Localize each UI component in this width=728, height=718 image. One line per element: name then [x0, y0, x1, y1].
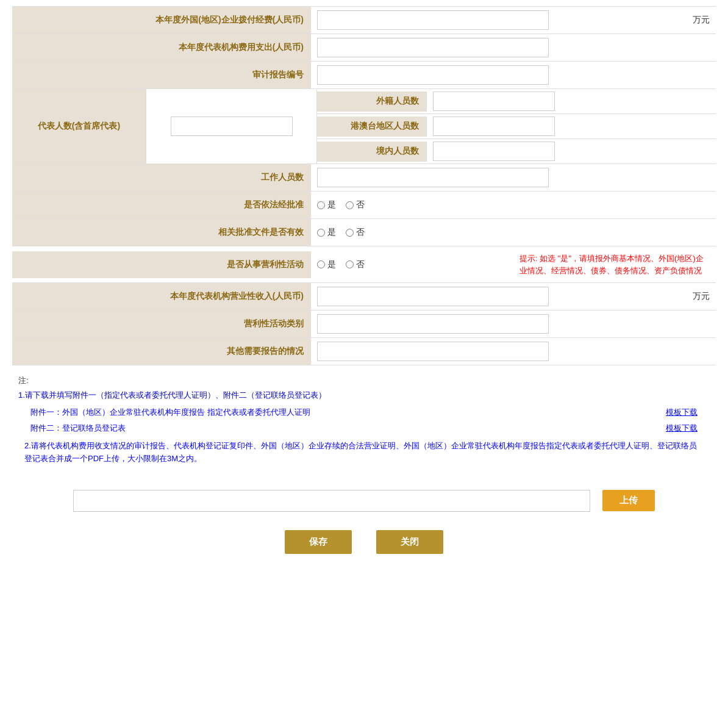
notes-section: 注: 1.请下载并填写附件一（指定代表或者委托代理人证明）、附件二（登记联络员登…	[12, 365, 716, 472]
annual-income-label: 本年度代表机构营业性收入(人民币)	[12, 283, 311, 310]
domestic-staff-label: 境内人员数	[317, 142, 427, 162]
rep-office-expense-label: 本年度代表机构费用支出(人民币)	[12, 34, 311, 61]
staff-breakdown: 外籍人员数 港澳台地区人员数 境内人员数	[317, 89, 716, 163]
annual-income-input-cell	[311, 283, 687, 310]
approval-valid-radio-cell: 是 否	[311, 223, 716, 242]
foreign-expense-label: 本年度外国(地区)企业拨付经费(人民币)	[12, 7, 311, 34]
notes-item2: 2.请将代表机构费用收支情况的审计报告、代表机构登记证复印件、外国（地区）企业存…	[18, 440, 710, 465]
approval-valid-radio-group: 是 否	[317, 227, 365, 238]
audit-report-row: 审计报告编号	[12, 62, 716, 89]
business-yes-option[interactable]: 是	[317, 259, 336, 270]
business-type-row: 营利性活动类别	[12, 311, 716, 338]
foreign-expense-unit: 万元	[687, 15, 716, 26]
approval-valid-label: 相关批准文件是否有效	[12, 219, 311, 246]
approved-row: 是否依法经批准 是 否	[12, 192, 716, 219]
domestic-staff-input-cell	[427, 139, 716, 163]
worker-count-input[interactable]	[317, 168, 549, 187]
save-button[interactable]: 保存	[285, 530, 352, 554]
approval-valid-no-option[interactable]: 否	[346, 227, 365, 238]
rep-count-complex-row: 代表人数(含首席代表) 外籍人员数 港澳台地区人员数 境内人员数	[12, 89, 716, 164]
approval-valid-yes-option[interactable]: 是	[317, 227, 336, 238]
rep-office-expense-input-cell	[311, 34, 716, 61]
notes-title: 注:	[18, 375, 710, 386]
business-yes-label: 是	[327, 259, 336, 270]
business-activities-radio-group: 是 否	[317, 259, 365, 270]
upload-section: 上传	[12, 490, 716, 512]
annual-income-input[interactable]	[317, 287, 549, 306]
other-report-input[interactable]	[317, 342, 549, 361]
foreign-expense-input-cell	[311, 7, 687, 34]
worker-count-input-cell	[311, 164, 716, 191]
approved-yes-option[interactable]: 是	[317, 199, 336, 210]
business-type-input-cell	[311, 311, 716, 337]
audit-report-input[interactable]	[317, 65, 549, 85]
business-no-radio[interactable]	[346, 260, 354, 268]
business-tip: 提示: 如选 "是"，请填报外商基本情况、外国(地区)企业情况、经营情况、债券、…	[513, 253, 716, 276]
attachment2-download-link[interactable]: 模板下载	[666, 423, 698, 434]
notes-item1: 1.请下载并填写附件一（指定代表或者委托代理人证明）、附件二（登记联络员登记表）	[18, 390, 710, 401]
rep-count-input[interactable]	[171, 117, 293, 136]
rep-count-label: 代表人数(含首席代表)	[12, 89, 146, 163]
approved-no-radio[interactable]	[346, 201, 354, 209]
annual-income-unit: 万元	[687, 291, 716, 302]
upload-file-input[interactable]	[73, 490, 590, 512]
business-no-option[interactable]: 否	[346, 259, 365, 270]
other-report-input-cell	[311, 338, 716, 365]
worker-count-row: 工作人员数	[12, 164, 716, 192]
business-type-label: 营利性活动类别	[12, 311, 311, 337]
approval-valid-no-radio[interactable]	[346, 229, 354, 237]
rep-office-expense-input[interactable]	[317, 38, 549, 57]
other-report-label: 其他需要报告的情况	[12, 338, 311, 365]
foreign-staff-input-cell	[427, 89, 716, 113]
approval-valid-yes-label: 是	[327, 227, 336, 238]
domestic-staff-input[interactable]	[433, 142, 555, 161]
business-type-input[interactable]	[317, 314, 549, 334]
annual-income-row: 本年度代表机构营业性收入(人民币) 万元	[12, 283, 716, 311]
audit-report-label: 审计报告编号	[12, 62, 311, 88]
close-button[interactable]: 关闭	[376, 530, 443, 554]
attachment1-row: 附件一：外国（地区）企业常驻代表机构年度报告 指定代表或者委托代理人证明 模板下…	[18, 407, 710, 418]
attachment2-row: 附件二：登记联络员登记表 模板下载	[18, 423, 710, 434]
approved-yes-label: 是	[327, 199, 336, 210]
upload-button[interactable]: 上传	[602, 490, 655, 511]
approved-yes-radio[interactable]	[317, 201, 325, 209]
approved-no-label: 否	[356, 199, 365, 210]
foreign-staff-input[interactable]	[433, 92, 555, 111]
foreign-staff-label: 外籍人员数	[317, 92, 427, 112]
rep-office-expense-row: 本年度代表机构费用支出(人民币)	[12, 34, 716, 62]
foreign-expense-input[interactable]	[317, 10, 549, 30]
business-activities-row: 是否从事营利性活动 是 否 提示: 如选 "是"，请填报外商基本情况、外国(地区…	[12, 246, 716, 283]
business-yes-radio[interactable]	[317, 260, 325, 268]
attachment1-label: 附件一：外国（地区）企业常驻代表机构年度报告 指定代表或者委托代理人证明	[30, 407, 666, 418]
hkmtw-staff-row: 港澳台地区人员数	[317, 114, 716, 139]
approval-valid-row: 相关批准文件是否有效 是 否	[12, 219, 716, 246]
hkmtw-staff-label: 港澳台地区人员数	[317, 117, 427, 137]
other-report-row: 其他需要报告的情况	[12, 338, 716, 365]
foreign-staff-row: 外籍人员数	[317, 89, 716, 114]
hkmtw-staff-input[interactable]	[433, 117, 555, 136]
approved-radio-cell: 是 否	[311, 196, 716, 214]
attachment2-label: 附件二：登记联络员登记表	[30, 423, 666, 434]
bottom-buttons: 保存 关闭	[12, 530, 716, 554]
approval-valid-yes-radio[interactable]	[317, 229, 325, 237]
rep-count-input-cell	[146, 89, 317, 163]
worker-count-label: 工作人员数	[12, 164, 311, 191]
domestic-staff-row: 境内人员数	[317, 139, 716, 163]
approval-valid-no-label: 否	[356, 227, 365, 238]
hkmtw-staff-input-cell	[427, 114, 716, 138]
approved-no-option[interactable]: 否	[346, 199, 365, 210]
foreign-expense-row: 本年度外国(地区)企业拨付经费(人民币) 万元	[12, 6, 716, 34]
audit-report-input-cell	[311, 62, 716, 88]
business-activities-label: 是否从事营利性活动	[12, 251, 311, 278]
approved-radio-group: 是 否	[317, 199, 365, 210]
business-activities-radio-cell: 是 否	[311, 256, 513, 274]
business-no-label: 否	[356, 259, 365, 270]
attachment1-download-link[interactable]: 模板下载	[666, 407, 698, 418]
approved-label: 是否依法经批准	[12, 192, 311, 218]
